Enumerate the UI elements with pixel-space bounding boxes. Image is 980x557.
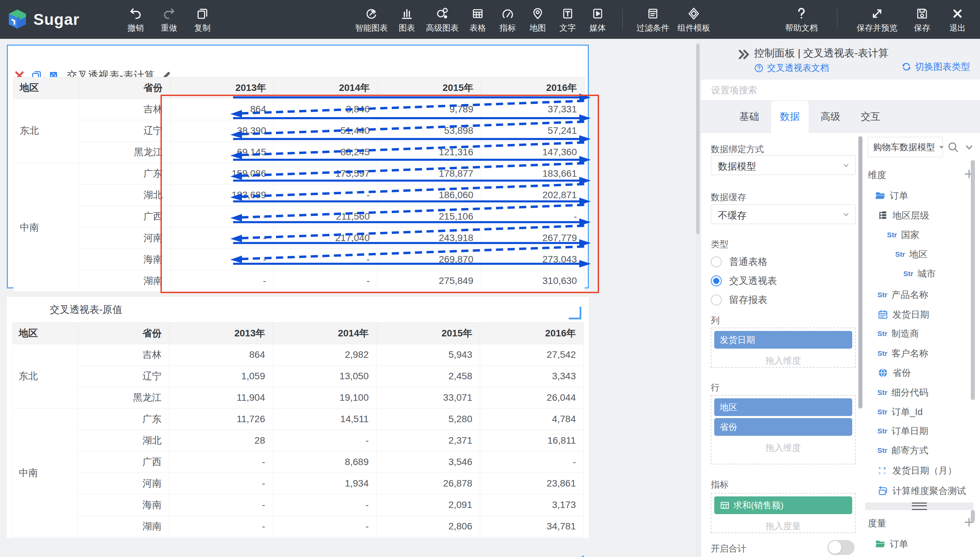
settings-search-input[interactable] <box>710 82 964 98</box>
tool-table[interactable]: 表格 <box>467 6 488 33</box>
cache-select[interactable]: 不缓存 <box>711 204 856 224</box>
field-订单[interactable]: 订单 <box>875 190 908 202</box>
tool-label: 重做 <box>161 23 177 33</box>
settings-scrollbar-thumb[interactable] <box>858 136 862 409</box>
tool-template[interactable]: 组件模板 <box>678 6 710 33</box>
value-cell: 9,789 <box>377 99 481 120</box>
total-toggle[interactable] <box>827 540 854 555</box>
field-国家[interactable]: Str国家 <box>887 229 920 241</box>
value-cell: 864 <box>169 344 273 366</box>
data-model-selector[interactable]: 购物车数据模型 <box>868 137 943 157</box>
svg-text:x: x <box>884 466 886 471</box>
doc-link[interactable]: 交叉透视表文档 <box>754 62 829 74</box>
chevron-down-icon[interactable] <box>964 142 974 153</box>
dashboard-canvas[interactable]: 交叉透视表-表计算 地区省份2013年2014年2015年2016年 东北吉林8… <box>0 39 701 557</box>
field-search-icon[interactable] <box>947 141 959 153</box>
tool-label: 组件模板 <box>678 23 710 33</box>
value-cell: 19,100 <box>273 387 377 409</box>
field-发货日期[interactable]: 发货日期 <box>877 308 929 321</box>
fields-scrollbar-thumb[interactable] <box>971 160 975 400</box>
region-cell: 东北 <box>14 99 79 163</box>
table-row: 河南-217,040243,918267,779 <box>14 228 585 249</box>
resize-handle[interactable] <box>571 555 584 557</box>
field-城市[interactable]: Str城市 <box>903 268 936 280</box>
tab-交互[interactable]: 交互 <box>854 101 887 133</box>
tool-undo[interactable]: 撤销 <box>125 6 147 33</box>
field-细分代码[interactable]: Str细分代码 <box>877 386 928 399</box>
table-row: 湖北183,689-186,060202,871 <box>14 184 585 206</box>
field-订单日期[interactable]: Str订单日期 <box>877 425 928 437</box>
tool-help[interactable]: 帮助文档 <box>785 6 818 33</box>
media-icon <box>591 6 604 20</box>
column-header: 2016年 <box>481 77 585 99</box>
value-cell: - <box>274 249 377 270</box>
tab-数据[interactable]: 数据 <box>771 101 808 133</box>
columns-pill[interactable]: 发货日期 <box>714 331 852 349</box>
value-cell: 5,943 <box>377 344 480 366</box>
tool-exit[interactable]: 退出 <box>947 6 969 33</box>
value-cell: 183,661 <box>481 163 585 184</box>
rows-pill[interactable]: 省份 <box>714 418 852 436</box>
table-row: 广西-211,560215,106- <box>14 206 585 228</box>
radio-交叉透视表[interactable]: 交叉透视表 <box>711 274 777 287</box>
tool-map-pin[interactable]: 地图 <box>527 6 549 33</box>
field-订单[interactable]: 订单 <box>875 538 908 550</box>
field-地区[interactable]: Str地区 <box>895 248 928 261</box>
cache-select-value: 不缓存 <box>718 209 746 222</box>
column-header: 2013年 <box>169 323 273 344</box>
field-订单_Id[interactable]: Str订单_Id <box>877 406 923 418</box>
widget-pivot-calc[interactable]: 交叉透视表-表计算 地区省份2013年2014年2015年2016年 东北吉林8… <box>7 45 589 288</box>
tool-chart[interactable]: 图表 <box>396 6 418 33</box>
field-客户名称[interactable]: Str客户名称 <box>877 347 928 360</box>
radio-留存报表[interactable]: 留存报表 <box>711 293 768 306</box>
binding-select[interactable]: 数据模型 <box>711 155 856 175</box>
tool-text[interactable]: 文字 <box>557 6 578 33</box>
field-发货日期（月）[interactable]: +x÷−发货日期（月） <box>877 464 957 477</box>
tool-filter[interactable]: 过滤条件 <box>637 6 669 33</box>
tool-smart-chart[interactable]: 智能图表 <box>355 6 388 33</box>
value-cell: - <box>481 206 585 228</box>
globe-icon <box>877 367 889 378</box>
rows-dropzone[interactable]: 地区省份拖入维度 <box>711 395 856 464</box>
field-计算维度聚合测试[interactable]: 计算维度聚合测试 <box>877 485 966 497</box>
tool-copy[interactable]: 复制 <box>191 6 213 33</box>
canvas-scrollbar-thumb[interactable] <box>696 44 699 234</box>
tool-preview[interactable]: 保存并预览 <box>857 6 898 33</box>
field-制造商[interactable]: Str制造商 <box>877 327 919 340</box>
field-省份[interactable]: 省份 <box>877 367 911 379</box>
field-邮寄方式[interactable]: Str邮寄方式 <box>877 444 928 456</box>
measures-scrollbar-thumb[interactable] <box>971 510 975 522</box>
value-cell: 173,597 <box>274 163 377 184</box>
metrics-dropzone[interactable]: 求和(销售额)拖入度量 <box>711 493 856 533</box>
province-cell: 湖南 <box>79 270 170 292</box>
tab-基础[interactable]: 基础 <box>733 101 766 133</box>
canvas-scrollbar[interactable] <box>696 39 700 557</box>
str-type-badge: Str <box>877 427 887 435</box>
value-cell: - <box>273 430 377 451</box>
columns-label: 列 <box>711 314 720 326</box>
value-cell: 159,086 <box>170 163 274 184</box>
field-产品名称[interactable]: Str产品名称 <box>877 289 928 301</box>
switch-chart-type-link[interactable]: 切换图表类型 <box>901 60 970 73</box>
fields-split-handle[interactable] <box>865 503 973 510</box>
value-cell: 243,918 <box>377 228 481 249</box>
tool-redo[interactable]: 重做 <box>158 6 180 33</box>
region-cell: 中南 <box>14 163 79 292</box>
rows-pill[interactable]: 地区 <box>714 398 852 416</box>
radio-普通表格[interactable]: 普通表格 <box>711 255 768 268</box>
widget-pivot-raw[interactable]: 交叉透视表-原值 地区省份2013年2014年2015年2016年 东北吉林86… <box>7 297 589 538</box>
value-cell: 217,040 <box>274 228 377 249</box>
tab-高级[interactable]: 高级 <box>814 101 847 133</box>
tool-advanced-chart[interactable]: 高级图表 <box>426 6 459 33</box>
tool-label: 复制 <box>194 23 211 33</box>
value-cell: 273,043 <box>481 249 585 270</box>
tool-save[interactable]: 保存 <box>911 6 933 33</box>
tool-media[interactable]: 媒体 <box>587 6 609 33</box>
metrics-pill[interactable]: 求和(销售额) <box>714 497 852 514</box>
field-地区层级[interactable]: 地区层级 <box>877 209 929 221</box>
chevron-down-icon <box>842 161 851 170</box>
column-header: 2015年 <box>377 323 480 344</box>
columns-dropzone[interactable]: 发货日期拖入维度 <box>711 327 856 368</box>
collapse-panel-icon[interactable] <box>737 48 751 61</box>
tool-gauge[interactable]: 指标 <box>497 6 519 33</box>
